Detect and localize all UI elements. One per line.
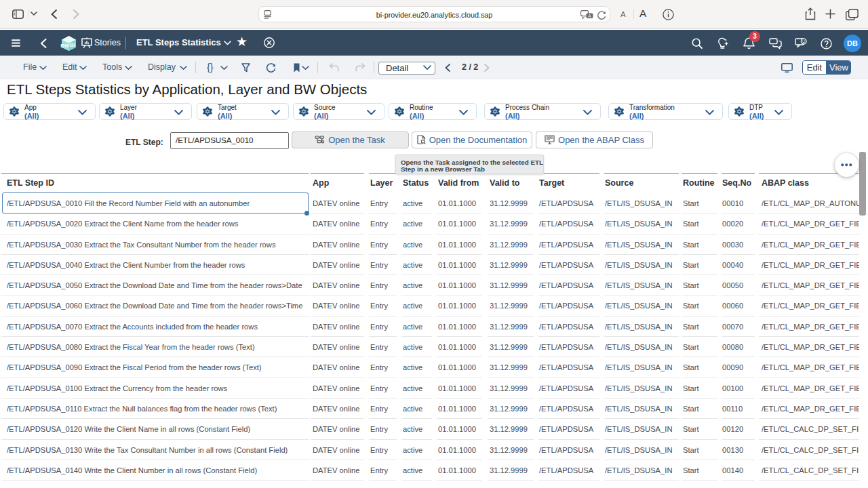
svg-text:BI: BI: [70, 42, 75, 48]
svg-text:A: A: [588, 14, 591, 18]
svg-text:BW: BW: [60, 43, 70, 49]
